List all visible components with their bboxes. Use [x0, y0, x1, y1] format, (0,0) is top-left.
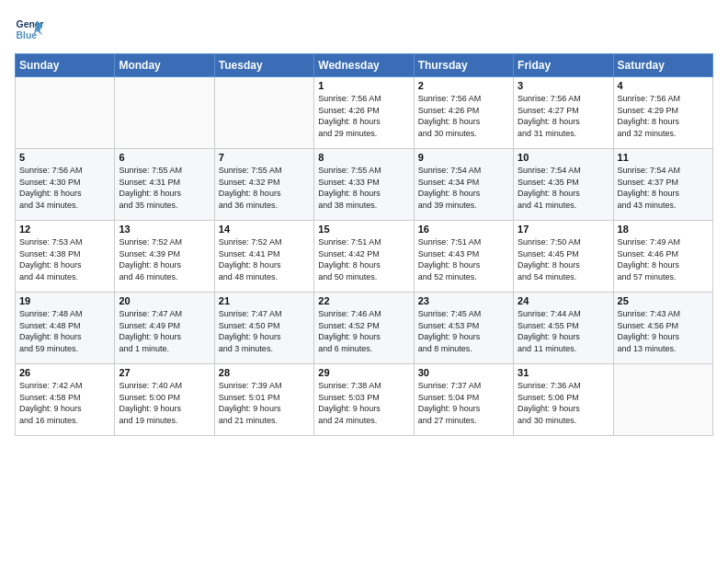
day-info: Sunrise: 7:46 AM Sunset: 4:52 PM Dayligh…	[318, 308, 409, 354]
day-number: 16	[418, 224, 509, 235]
day-number: 20	[119, 295, 210, 306]
day-info: Sunrise: 7:56 AM Sunset: 4:29 PM Dayligh…	[618, 93, 709, 139]
day-number: 4	[618, 80, 709, 91]
week-row-3: 19Sunrise: 7:48 AM Sunset: 4:48 PM Dayli…	[16, 293, 713, 364]
day-number: 19	[19, 295, 110, 306]
header-friday: Friday	[514, 54, 613, 77]
calendar-cell: 25Sunrise: 7:43 AM Sunset: 4:56 PM Dayli…	[613, 293, 712, 364]
logo-icon: General Blue	[15, 15, 44, 44]
calendar-cell: 16Sunrise: 7:51 AM Sunset: 4:43 PM Dayli…	[414, 221, 513, 293]
day-info: Sunrise: 7:40 AM Sunset: 5:00 PM Dayligh…	[119, 380, 210, 426]
calendar-table: SundayMondayTuesdayWednesdayThursdayFrid…	[15, 53, 713, 436]
calendar-cell: 30Sunrise: 7:37 AM Sunset: 5:04 PM Dayli…	[414, 364, 513, 436]
day-number: 13	[119, 224, 210, 235]
calendar-cell: 31Sunrise: 7:36 AM Sunset: 5:06 PM Dayli…	[514, 364, 613, 436]
day-info: Sunrise: 7:56 AM Sunset: 4:30 PM Dayligh…	[19, 165, 110, 211]
day-info: Sunrise: 7:55 AM Sunset: 4:31 PM Dayligh…	[119, 165, 210, 211]
header-thursday: Thursday	[414, 54, 513, 77]
calendar-cell: 11Sunrise: 7:54 AM Sunset: 4:37 PM Dayli…	[613, 149, 712, 221]
calendar-cell: 17Sunrise: 7:50 AM Sunset: 4:45 PM Dayli…	[514, 221, 613, 293]
calendar-cell: 4Sunrise: 7:56 AM Sunset: 4:29 PM Daylig…	[613, 77, 712, 149]
calendar-cell: 8Sunrise: 7:55 AM Sunset: 4:33 PM Daylig…	[314, 149, 414, 221]
day-number: 5	[19, 152, 110, 163]
day-info: Sunrise: 7:50 AM Sunset: 4:45 PM Dayligh…	[518, 236, 609, 282]
day-info: Sunrise: 7:52 AM Sunset: 4:41 PM Dayligh…	[219, 236, 310, 282]
calendar-cell: 3Sunrise: 7:56 AM Sunset: 4:27 PM Daylig…	[514, 77, 613, 149]
day-number: 27	[119, 367, 210, 378]
day-number: 31	[518, 367, 609, 378]
day-info: Sunrise: 7:43 AM Sunset: 4:56 PM Dayligh…	[618, 308, 709, 354]
day-number: 1	[318, 80, 409, 91]
day-number: 30	[418, 367, 509, 378]
calendar-cell: 1Sunrise: 7:56 AM Sunset: 4:26 PM Daylig…	[314, 77, 414, 149]
day-number: 21	[219, 295, 310, 306]
header-sunday: Sunday	[16, 54, 115, 77]
week-row-0: 1Sunrise: 7:56 AM Sunset: 4:26 PM Daylig…	[16, 77, 713, 149]
day-info: Sunrise: 7:38 AM Sunset: 5:03 PM Dayligh…	[318, 380, 409, 426]
day-number: 7	[219, 152, 310, 163]
calendar-cell: 13Sunrise: 7:52 AM Sunset: 4:39 PM Dayli…	[115, 221, 214, 293]
week-row-4: 26Sunrise: 7:42 AM Sunset: 4:58 PM Dayli…	[16, 364, 713, 436]
calendar-cell	[613, 364, 712, 436]
week-row-1: 5Sunrise: 7:56 AM Sunset: 4:30 PM Daylig…	[16, 149, 713, 221]
calendar-cell: 15Sunrise: 7:51 AM Sunset: 4:42 PM Dayli…	[314, 221, 414, 293]
calendar-cell: 6Sunrise: 7:55 AM Sunset: 4:31 PM Daylig…	[115, 149, 214, 221]
calendar-cell: 12Sunrise: 7:53 AM Sunset: 4:38 PM Dayli…	[16, 221, 115, 293]
header-saturday: Saturday	[613, 54, 712, 77]
page-container: General Blue SundayMondayTuesdayWednesda…	[0, 0, 728, 445]
day-number: 11	[618, 152, 709, 163]
day-info: Sunrise: 7:45 AM Sunset: 4:53 PM Dayligh…	[418, 308, 509, 354]
calendar-cell: 14Sunrise: 7:52 AM Sunset: 4:41 PM Dayli…	[214, 221, 313, 293]
calendar-cell: 9Sunrise: 7:54 AM Sunset: 4:34 PM Daylig…	[414, 149, 513, 221]
header-tuesday: Tuesday	[214, 54, 313, 77]
header-monday: Monday	[115, 54, 214, 77]
day-info: Sunrise: 7:37 AM Sunset: 5:04 PM Dayligh…	[418, 380, 509, 426]
day-number: 15	[318, 224, 409, 235]
calendar-cell	[214, 77, 313, 149]
day-number: 24	[518, 295, 609, 306]
day-number: 22	[318, 295, 409, 306]
day-number: 2	[418, 80, 509, 91]
day-number: 3	[518, 80, 609, 91]
calendar-cell: 21Sunrise: 7:47 AM Sunset: 4:50 PM Dayli…	[214, 293, 313, 364]
day-info: Sunrise: 7:54 AM Sunset: 4:34 PM Dayligh…	[418, 165, 509, 211]
calendar-cell: 29Sunrise: 7:38 AM Sunset: 5:03 PM Dayli…	[314, 364, 414, 436]
logo: General Blue	[15, 15, 44, 44]
day-number: 26	[19, 367, 110, 378]
calendar-cell: 24Sunrise: 7:44 AM Sunset: 4:55 PM Dayli…	[514, 293, 613, 364]
day-number: 29	[318, 367, 409, 378]
week-row-2: 12Sunrise: 7:53 AM Sunset: 4:38 PM Dayli…	[16, 221, 713, 293]
calendar-header-row: SundayMondayTuesdayWednesdayThursdayFrid…	[16, 54, 713, 77]
day-info: Sunrise: 7:48 AM Sunset: 4:48 PM Dayligh…	[19, 308, 110, 354]
day-info: Sunrise: 7:52 AM Sunset: 4:39 PM Dayligh…	[119, 236, 210, 282]
calendar-cell	[16, 77, 115, 149]
day-info: Sunrise: 7:36 AM Sunset: 5:06 PM Dayligh…	[518, 380, 609, 426]
calendar-cell: 2Sunrise: 7:56 AM Sunset: 4:26 PM Daylig…	[414, 77, 513, 149]
day-info: Sunrise: 7:55 AM Sunset: 4:33 PM Dayligh…	[318, 165, 409, 211]
day-number: 6	[119, 152, 210, 163]
day-info: Sunrise: 7:47 AM Sunset: 4:50 PM Dayligh…	[219, 308, 310, 354]
calendar-cell: 28Sunrise: 7:39 AM Sunset: 5:01 PM Dayli…	[214, 364, 313, 436]
day-number: 17	[518, 224, 609, 235]
day-info: Sunrise: 7:47 AM Sunset: 4:49 PM Dayligh…	[119, 308, 210, 354]
day-number: 28	[219, 367, 310, 378]
day-info: Sunrise: 7:56 AM Sunset: 4:27 PM Dayligh…	[518, 93, 609, 139]
day-number: 8	[318, 152, 409, 163]
calendar-cell: 5Sunrise: 7:56 AM Sunset: 4:30 PM Daylig…	[16, 149, 115, 221]
calendar-cell: 20Sunrise: 7:47 AM Sunset: 4:49 PM Dayli…	[115, 293, 214, 364]
header-wednesday: Wednesday	[314, 54, 414, 77]
calendar-cell: 19Sunrise: 7:48 AM Sunset: 4:48 PM Dayli…	[16, 293, 115, 364]
day-info: Sunrise: 7:56 AM Sunset: 4:26 PM Dayligh…	[318, 93, 409, 139]
day-info: Sunrise: 7:53 AM Sunset: 4:38 PM Dayligh…	[19, 236, 110, 282]
calendar-cell: 22Sunrise: 7:46 AM Sunset: 4:52 PM Dayli…	[314, 293, 414, 364]
calendar-cell	[115, 77, 214, 149]
day-number: 14	[219, 224, 310, 235]
day-number: 10	[518, 152, 609, 163]
day-info: Sunrise: 7:54 AM Sunset: 4:35 PM Dayligh…	[518, 165, 609, 211]
day-number: 18	[618, 224, 709, 235]
calendar-cell: 27Sunrise: 7:40 AM Sunset: 5:00 PM Dayli…	[115, 364, 214, 436]
day-info: Sunrise: 7:51 AM Sunset: 4:43 PM Dayligh…	[418, 236, 509, 282]
day-info: Sunrise: 7:56 AM Sunset: 4:26 PM Dayligh…	[418, 93, 509, 139]
day-info: Sunrise: 7:51 AM Sunset: 4:42 PM Dayligh…	[318, 236, 409, 282]
day-info: Sunrise: 7:39 AM Sunset: 5:01 PM Dayligh…	[219, 380, 310, 426]
